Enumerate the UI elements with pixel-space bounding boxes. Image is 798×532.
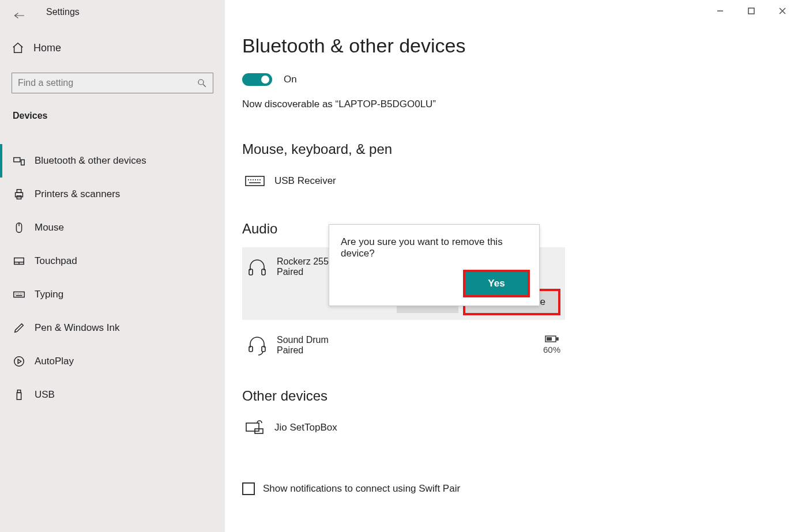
- swift-pair-row: Show notifications to connect using Swif…: [242, 482, 784, 495]
- audio-section: Audio Rockerz 255 Pro+ Paired Connect Re…: [242, 221, 784, 359]
- sidebar-item-printers[interactable]: Printers & scanners: [0, 178, 225, 211]
- svg-rect-1: [14, 158, 20, 162]
- device-name: USB Receiver: [274, 175, 336, 187]
- sidebar-item-bluetooth[interactable]: Bluetooth & other devices: [0, 144, 225, 178]
- device-rockerz[interactable]: Rockerz 255 Pro+ Paired Connect Remove d…: [242, 247, 565, 320]
- device-name: Jio SetTopBox: [274, 421, 337, 434]
- svg-rect-19: [556, 338, 558, 340]
- device-name: Sound Drum: [277, 335, 329, 345]
- bluetooth-toggle-row: On: [242, 73, 784, 86]
- sidebar-item-pen[interactable]: Pen & Windows Ink: [0, 311, 225, 345]
- search-box[interactable]: [12, 73, 213, 93]
- battery-icon: [545, 335, 559, 345]
- nav-item-label: Typing: [35, 289, 63, 300]
- svg-rect-4: [17, 190, 21, 193]
- svg-rect-14: [249, 269, 253, 275]
- back-icon[interactable]: [14, 12, 24, 22]
- svg-rect-17: [262, 346, 265, 352]
- toggle-knob: [261, 76, 269, 84]
- main-content: Bluetooth & other devices On Now discove…: [242, 35, 784, 495]
- sidebar-home[interactable]: Home: [12, 41, 61, 54]
- svg-rect-8: [14, 292, 24, 297]
- device-settopbox[interactable]: Jio SetTopBox: [242, 414, 784, 441]
- sidebar-item-mouse[interactable]: Mouse: [0, 211, 225, 244]
- sidebar-item-autoplay[interactable]: AutoPlay: [0, 345, 225, 378]
- autoplay-icon: [13, 355, 25, 368]
- sidebar-item-touchpad[interactable]: Touchpad: [0, 244, 225, 278]
- nav-list: Bluetooth & other devices Printers & sca…: [0, 144, 225, 412]
- minimize-button[interactable]: [705, 2, 736, 20]
- svg-rect-15: [262, 269, 265, 275]
- nav-item-label: USB: [35, 389, 55, 401]
- confirm-message: Are you sure you want to remove this dev…: [341, 236, 528, 259]
- keyboard-device-icon: [244, 173, 265, 188]
- home-icon: [12, 41, 24, 54]
- section-other-heading: Other devices: [242, 388, 784, 404]
- svg-rect-3: [16, 193, 23, 197]
- nav-item-label: Mouse: [35, 222, 64, 233]
- svg-rect-21: [246, 423, 259, 431]
- device-status: Paired: [277, 345, 329, 356]
- pen-icon: [13, 322, 25, 334]
- discoverable-text: Now discoverable as “LAPTOP-B5DGO0LU”: [242, 99, 784, 110]
- settopbox-icon: [244, 420, 265, 435]
- toggle-state-label: On: [284, 74, 297, 85]
- nav-item-label: Printers & scanners: [35, 188, 120, 200]
- search-icon: [197, 78, 207, 88]
- remove-confirm-dialog: Are you sure you want to remove this dev…: [329, 224, 540, 306]
- svg-rect-13: [246, 176, 264, 186]
- headphones-icon: [247, 256, 268, 277]
- maximize-button[interactable]: [736, 2, 767, 20]
- mouse-icon: [13, 221, 25, 234]
- device-usb-receiver[interactable]: USB Receiver: [242, 168, 784, 194]
- swift-pair-checkbox[interactable]: [242, 482, 255, 495]
- search-input[interactable]: [18, 78, 197, 88]
- window-controls: [705, 2, 798, 20]
- touchpad-icon: [13, 255, 25, 267]
- nav-item-label: Bluetooth & other devices: [35, 155, 146, 167]
- sidebar: Settings Home Devices Bluetooth & other …: [0, 0, 225, 532]
- confirm-yes-button[interactable]: Yes: [465, 272, 528, 295]
- sidebar-item-usb[interactable]: USB: [0, 378, 225, 412]
- keyboard-icon: [13, 288, 25, 301]
- svg-rect-11: [17, 393, 21, 399]
- device-battery: 60%: [543, 335, 560, 354]
- svg-rect-2: [21, 160, 24, 165]
- close-button[interactable]: [767, 2, 798, 20]
- nav-item-label: AutoPlay: [35, 356, 74, 367]
- nav-header: Devices: [13, 111, 48, 121]
- svg-rect-20: [547, 337, 552, 341]
- sidebar-item-typing[interactable]: Typing: [0, 278, 225, 311]
- bluetooth-toggle[interactable]: [242, 73, 272, 86]
- page-title: Bluetooth & other devices: [242, 35, 784, 57]
- window-title: Settings: [46, 7, 80, 17]
- nav-item-label: Pen & Windows Ink: [35, 322, 119, 334]
- device-sound-drum[interactable]: Sound Drum Paired 60%: [242, 331, 565, 359]
- svg-rect-5: [17, 196, 21, 199]
- swift-pair-label: Show notifications to connect using Swif…: [263, 483, 460, 495]
- home-label: Home: [33, 42, 61, 54]
- svg-rect-16: [249, 346, 253, 352]
- svg-rect-12: [748, 8, 754, 14]
- headset-icon: [247, 335, 268, 356]
- other-section: Other devices Jio SetTopBox: [242, 388, 784, 441]
- nav-item-label: Touchpad: [35, 255, 77, 267]
- printer-icon: [13, 188, 25, 201]
- battery-percent: 60%: [543, 345, 560, 354]
- usb-icon: [13, 388, 25, 401]
- svg-point-0: [198, 80, 204, 85]
- bluetooth-devices-icon: [13, 154, 25, 167]
- section-mouse-heading: Mouse, keyboard, & pen: [242, 141, 784, 157]
- svg-point-9: [14, 357, 24, 367]
